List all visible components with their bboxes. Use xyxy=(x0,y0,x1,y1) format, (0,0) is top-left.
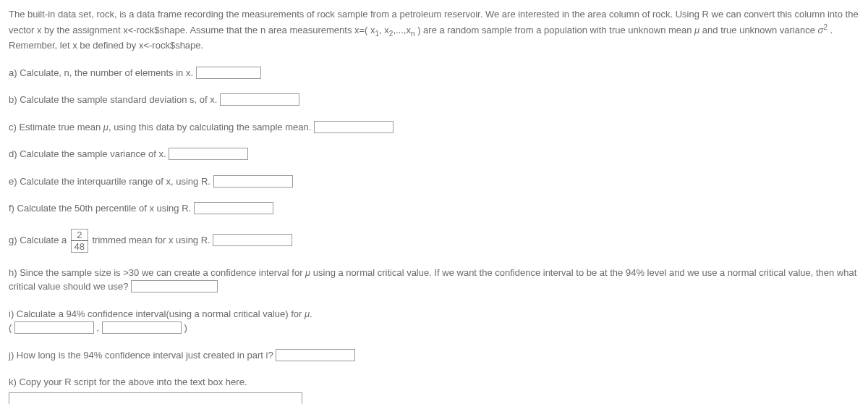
answer-a-input[interactable] xyxy=(196,67,261,79)
paren-close: ) xyxy=(182,322,187,333)
question-b: b) Calculate the sample standard deviati… xyxy=(9,93,859,107)
answer-i-lower-input[interactable] xyxy=(14,321,94,334)
question-d-label: d) Calculate the sample variance of x. xyxy=(9,148,169,159)
fraction: 248 xyxy=(71,229,88,253)
question-f: f) Calculate the 50th percentile of x us… xyxy=(9,201,859,216)
fraction-denominator: 48 xyxy=(71,240,88,253)
answer-j-input[interactable] xyxy=(276,349,355,361)
answer-i-upper-input[interactable] xyxy=(102,321,182,334)
question-g-post: trimmed mean for x using R. xyxy=(90,235,213,245)
question-e-label: e) Calculate the interquartile range of … xyxy=(9,176,213,187)
question-h: h) Since the sample size is >30 we can c… xyxy=(9,266,859,294)
question-g-pre: g) Calculate a xyxy=(9,235,69,245)
question-e: e) Calculate the interquartile range of … xyxy=(9,174,859,189)
question-f-label: f) Calculate the 50th percentile of x us… xyxy=(9,203,194,214)
question-j: j) How long is the 94% confidence interv… xyxy=(9,348,859,363)
question-k: k) Copy your R script for the above into… xyxy=(9,375,859,404)
intro-text: The built-in data set, rock, is a data f… xyxy=(9,7,859,53)
question-a: a) Calculate, n, the number of elements … xyxy=(9,66,859,80)
question-d: d) Calculate the sample variance of x. xyxy=(9,147,859,161)
fraction-numerator: 2 xyxy=(71,229,88,240)
answer-g-input[interactable] xyxy=(213,234,292,246)
answer-h-input[interactable] xyxy=(131,280,218,293)
answer-b-input[interactable] xyxy=(220,93,299,106)
paren-open: ( xyxy=(9,322,14,333)
answer-c-input[interactable] xyxy=(314,121,393,133)
question-a-label: a) Calculate, n, the number of elements … xyxy=(9,67,196,78)
answer-f-input[interactable] xyxy=(194,202,273,214)
question-c-label: c) Estimate true mean μ, using this data… xyxy=(9,122,314,132)
question-i: i) Calculate a 94% confidence interval(u… xyxy=(9,307,859,335)
question-g: g) Calculate a 248 trimmed mean for x us… xyxy=(9,229,859,253)
answer-e-input[interactable] xyxy=(213,175,293,188)
question-i-label: i) Calculate a 94% confidence interval(u… xyxy=(9,308,312,319)
comma-separator: , xyxy=(94,322,102,333)
question-k-label: k) Copy your R script for the above into… xyxy=(9,376,247,387)
answer-k-textarea[interactable] xyxy=(9,392,302,404)
question-c: c) Estimate true mean μ, using this data… xyxy=(9,120,859,135)
question-b-label: b) Calculate the sample standard deviati… xyxy=(9,94,220,105)
answer-d-input[interactable] xyxy=(169,148,248,160)
question-j-label: j) How long is the 94% confidence interv… xyxy=(9,350,276,361)
